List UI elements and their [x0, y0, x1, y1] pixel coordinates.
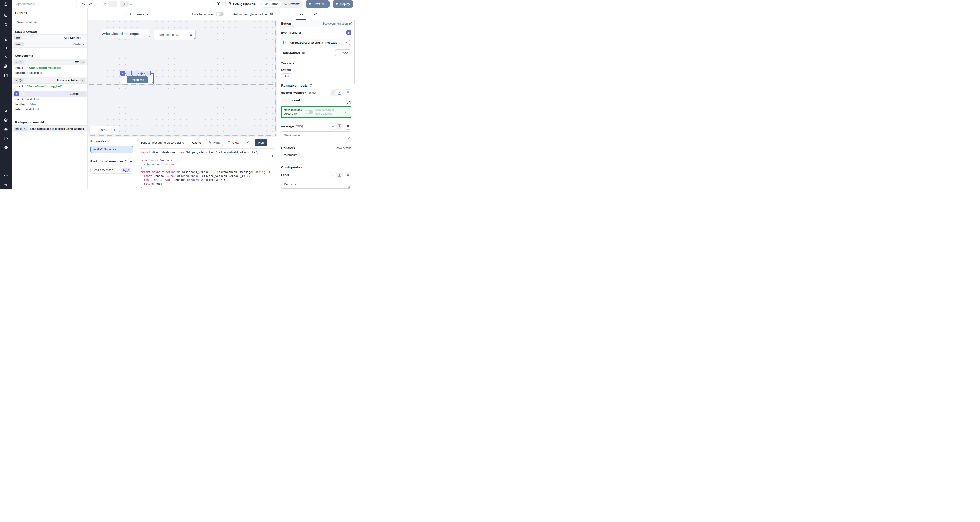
- collapse-chevron-up-icon[interactable]: [80, 92, 85, 96]
- component-id-chip[interactable]: c: [120, 70, 125, 76]
- schedule-dropdown[interactable]: once: [137, 13, 149, 16]
- anchor-icon[interactable]: [138, 70, 144, 76]
- redo-button[interactable]: [87, 1, 94, 7]
- move-icon[interactable]: [145, 70, 151, 76]
- event-handler-runnable[interactable]: f hub/1511/discord/send_a_message_...: [281, 38, 351, 46]
- see-documentation-link[interactable]: See documentation: [322, 22, 352, 25]
- home-icon[interactable]: [4, 37, 8, 41]
- tab-editor[interactable]: Editor: [262, 1, 281, 7]
- resource-mode-toggle[interactable]: [305, 110, 313, 114]
- ctx-row[interactable]: ctx App Context: [12, 35, 88, 41]
- canvas-grid[interactable]: Write Discord message: Example resou... …: [89, 21, 275, 136]
- expand-down-icon[interactable]: [126, 70, 132, 76]
- text-component[interactable]: Write Discord message:: [102, 30, 150, 38]
- desktop-view-button[interactable]: [127, 1, 135, 7]
- state-row[interactable]: state State: [12, 41, 88, 48]
- help-icon[interactable]: [4, 173, 8, 178]
- expand-editor-icon[interactable]: [346, 100, 351, 105]
- favorites-icon[interactable]: [4, 22, 8, 26]
- component-row-a[interactable]: a Text: [12, 59, 88, 65]
- tab-styling-brush-icon[interactable]: [308, 12, 322, 16]
- tab-insert-plus-icon[interactable]: [280, 12, 294, 16]
- run-button[interactable]: Run: [255, 139, 267, 146]
- fork-button[interactable]: Fork: [206, 139, 223, 146]
- resource-select-component[interactable]: Example resou...: [154, 30, 196, 40]
- deploy-button[interactable]: Deploy: [332, 0, 353, 8]
- static-mode-pencil-icon[interactable]: [330, 172, 336, 178]
- collapse-chevron-up-icon[interactable]: [80, 60, 85, 64]
- background-runnable-item[interactable]: Send a message... bg_0: [90, 167, 133, 173]
- more-menu-icon[interactable]: [208, 2, 212, 6]
- info-icon[interactable]: [125, 160, 127, 163]
- undo-button[interactable]: [80, 1, 87, 7]
- component-c-badge[interactable]: c: [14, 91, 19, 96]
- folders-icon[interactable]: [4, 136, 8, 140]
- tab-component-settings-icon[interactable]: [294, 12, 308, 16]
- center-layout-button[interactable]: [102, 1, 109, 7]
- static-mode-pencil-icon[interactable]: [330, 123, 336, 129]
- recompute-chip[interactable]: recompute: [281, 152, 300, 158]
- resize-handle[interactable]: [194, 38, 195, 39]
- resize-handle[interactable]: [151, 82, 153, 83]
- add-transformer-button[interactable]: Add: [335, 49, 351, 56]
- add-background-runnable-button[interactable]: [128, 158, 134, 164]
- windmill-logo-icon[interactable]: [4, 2, 8, 6]
- expr-editor[interactable]: 1 b.result: [281, 97, 351, 103]
- reload-code-button[interactable]: [245, 139, 253, 146]
- debug-runs-button[interactable]: Debug runs (23): [226, 1, 258, 8]
- code-editor[interactable]: import discordwebhook from "https://deno…: [138, 148, 275, 188]
- chevron-down-icon[interactable]: [82, 36, 85, 39]
- fullscreen-icon[interactable]: [132, 70, 138, 76]
- info-icon[interactable]: [302, 51, 305, 54]
- zoom-in-button[interactable]: +: [111, 127, 118, 133]
- mobile-view-button[interactable]: [120, 1, 127, 7]
- copy-code-icon[interactable]: [270, 154, 273, 157]
- panel-scrollbar[interactable]: [354, 20, 355, 84]
- docs-book-button[interactable]: [215, 1, 223, 8]
- bg0-badge[interactable]: bg_0: [14, 127, 28, 131]
- users-icon[interactable]: [4, 109, 8, 113]
- draft-button[interactable]: Draft ⌘S: [305, 0, 329, 8]
- fullwidth-layout-button[interactable]: [109, 1, 116, 7]
- edit-id-pencil-icon[interactable]: [21, 91, 26, 96]
- search-outputs-input[interactable]: [14, 18, 85, 26]
- cache-button[interactable]: Cache: [189, 139, 204, 146]
- connect-plug-icon[interactable]: [345, 89, 351, 96]
- info-icon[interactable]: [270, 13, 273, 16]
- dollar-icon[interactable]: $: [5, 55, 7, 59]
- component-b-badge[interactable]: b: [14, 78, 24, 83]
- settings-gear-icon[interactable]: [4, 118, 8, 122]
- press-me-button[interactable]: Press me: [127, 76, 148, 83]
- app-summary-input[interactable]: [14, 1, 77, 7]
- audit-eye-icon[interactable]: [4, 145, 8, 150]
- hide-bar-toggle[interactable]: [216, 12, 224, 16]
- info-icon[interactable]: [345, 110, 348, 114]
- chevron-down-icon[interactable]: [82, 43, 85, 46]
- clear-x-icon[interactable]: [189, 33, 192, 37]
- workspace-icon[interactable]: [4, 13, 8, 17]
- resources-icon[interactable]: [4, 64, 8, 68]
- selected-button-component[interactable]: c Press me: [122, 73, 154, 84]
- info-icon[interactable]: [309, 84, 312, 87]
- label-input[interactable]: [281, 180, 351, 188]
- show-details-link[interactable]: Show details: [334, 146, 351, 150]
- component-row-c-selected[interactable]: c Button: [12, 91, 88, 97]
- eval-mode-function-icon[interactable]: f: [336, 123, 342, 129]
- workers-robot-icon[interactable]: [4, 127, 8, 131]
- app-canvas[interactable]: Write Discord message: Example resou... …: [88, 20, 277, 137]
- runs-icon[interactable]: [4, 46, 8, 50]
- connect-plug-icon[interactable]: [345, 172, 351, 178]
- resize-handle[interactable]: [149, 36, 150, 37]
- message-static-input[interactable]: [281, 131, 351, 140]
- eval-mode-function-icon[interactable]: f: [336, 172, 342, 178]
- component-row-b[interactable]: b Resource Select: [12, 77, 88, 84]
- connect-plug-icon[interactable]: [345, 123, 351, 129]
- collapse-arrow-icon[interactable]: [4, 183, 8, 187]
- remove-handler-x-button[interactable]: [343, 40, 350, 45]
- clear-button[interactable]: Clear: [224, 139, 243, 146]
- zoom-out-button[interactable]: −: [91, 127, 97, 133]
- schedules-icon[interactable]: [4, 73, 8, 77]
- refresh-count-button[interactable]: 1: [122, 11, 134, 18]
- tab-preview[interactable]: Preview: [281, 1, 302, 7]
- script-name-input[interactable]: [138, 139, 188, 146]
